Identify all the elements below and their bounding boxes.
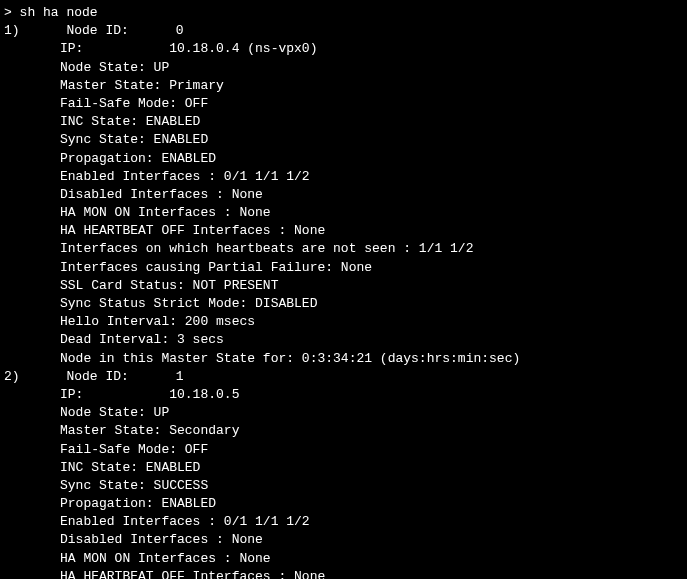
field-line: Propagation: ENABLED xyxy=(4,495,683,513)
ip-line: IP: 10.18.0.5 xyxy=(4,386,683,404)
field-line: Hello Interval: 200 msecs xyxy=(4,313,683,331)
nodes-output: 1) Node ID: 0IP: 10.18.0.4 (ns-vpx0)Node… xyxy=(4,22,683,579)
field-line: Interfaces causing Partial Failure: None xyxy=(4,259,683,277)
field-line: HA MON ON Interfaces : None xyxy=(4,204,683,222)
command-prompt: > sh ha node xyxy=(4,4,683,22)
field-line: Dead Interval: 3 secs xyxy=(4,331,683,349)
field-line: Propagation: ENABLED xyxy=(4,150,683,168)
node-id-line: 2) Node ID: 1 xyxy=(4,368,683,386)
field-line: HA HEARTBEAT OFF Interfaces : None xyxy=(4,568,683,579)
field-line: Interfaces on which heartbeats are not s… xyxy=(4,240,683,258)
field-line: Master State: Secondary xyxy=(4,422,683,440)
field-line: Master State: Primary xyxy=(4,77,683,95)
field-line: Sync Status Strict Mode: DISABLED xyxy=(4,295,683,313)
ip-line: IP: 10.18.0.4 (ns-vpx0) xyxy=(4,40,683,58)
field-line: Enabled Interfaces : 0/1 1/1 1/2 xyxy=(4,168,683,186)
field-line: Node in this Master State for: 0:3:34:21… xyxy=(4,350,683,368)
field-line: SSL Card Status: NOT PRESENT xyxy=(4,277,683,295)
node-block-1: 1) Node ID: 0IP: 10.18.0.4 (ns-vpx0)Node… xyxy=(4,22,683,368)
node-id-line: 1) Node ID: 0 xyxy=(4,22,683,40)
field-line: Node State: UP xyxy=(4,59,683,77)
field-line: Fail-Safe Mode: OFF xyxy=(4,441,683,459)
field-line: Fail-Safe Mode: OFF xyxy=(4,95,683,113)
node-block-2: 2) Node ID: 1IP: 10.18.0.5Node State: UP… xyxy=(4,368,683,579)
field-line: Enabled Interfaces : 0/1 1/1 1/2 xyxy=(4,513,683,531)
field-line: Disabled Interfaces : None xyxy=(4,186,683,204)
field-line: INC State: ENABLED xyxy=(4,459,683,477)
field-line: Sync State: SUCCESS xyxy=(4,477,683,495)
field-line: HA MON ON Interfaces : None xyxy=(4,550,683,568)
field-line: Node State: UP xyxy=(4,404,683,422)
field-line: INC State: ENABLED xyxy=(4,113,683,131)
field-line: HA HEARTBEAT OFF Interfaces : None xyxy=(4,222,683,240)
field-line: Disabled Interfaces : None xyxy=(4,531,683,549)
field-line: Sync State: ENABLED xyxy=(4,131,683,149)
